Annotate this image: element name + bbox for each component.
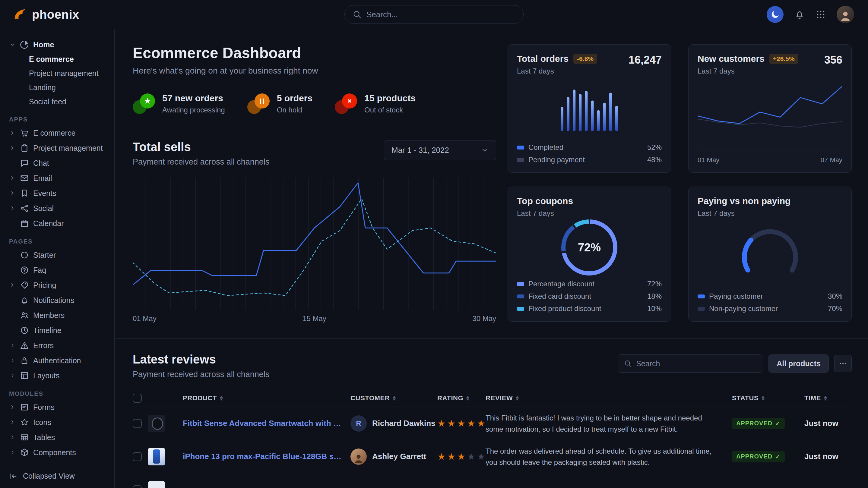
column-header-customer[interactable]: CUSTOMER (350, 394, 437, 402)
sidebar-item-chat[interactable]: Chat (7, 156, 108, 171)
sidebar-item-faq[interactable]: Faq (7, 263, 108, 278)
column-header-rating[interactable]: RATING (437, 394, 486, 402)
sort-icon[interactable] (220, 396, 223, 400)
caret-right-icon (9, 145, 16, 151)
row-checkbox[interactable] (133, 485, 142, 488)
card-title: Total orders (517, 54, 568, 64)
apps-grid-icon[interactable] (815, 9, 826, 20)
column-header-status[interactable]: STATUS (732, 394, 804, 402)
sidebar-item-pricing[interactable]: Pricing (7, 278, 108, 293)
sidebar-item-label: Errors (33, 341, 54, 350)
row-checkbox[interactable] (133, 452, 142, 461)
phoenix-logo-icon (12, 7, 28, 22)
sidebar-item-tables[interactable]: Tables (7, 430, 108, 445)
caret-right-icon (9, 342, 16, 349)
sidebar-item-layouts[interactable]: Layouts (7, 368, 108, 383)
card-period: Last 7 days (517, 209, 662, 218)
sidebar-item-e-commerce[interactable]: E commerce (7, 125, 108, 140)
sidebar-item-email[interactable]: Email (7, 171, 108, 186)
sidebar-item-events[interactable]: Events (7, 186, 108, 201)
sort-icon[interactable] (824, 396, 827, 400)
star-empty-icon: ★ (467, 451, 476, 462)
reviews-search[interactable] (618, 355, 763, 372)
sidebar-nav: HomeE commerceProject managementLandingS… (0, 29, 114, 464)
sidebar-item-forms[interactable]: Forms (7, 400, 108, 415)
legend-value: 30% (828, 292, 842, 300)
sidebar-item-label: E commerce (33, 129, 75, 137)
legend-swatch (698, 307, 705, 311)
star-filled-icon: ★ (457, 451, 466, 462)
sidebar-item-components[interactable]: Components (7, 445, 108, 460)
card-title: Paying vs non paying (698, 196, 842, 206)
axis-label: 01 May (698, 156, 719, 164)
collapsed-view-toggle[interactable]: Collapsed View (0, 464, 114, 488)
sidebar-item-starter[interactable]: Starter (7, 248, 108, 263)
sort-icon[interactable] (516, 396, 519, 400)
user-avatar[interactable] (837, 6, 854, 23)
sidebar-item-label: E commerce (29, 55, 74, 64)
star-empty-icon: ★ (477, 451, 486, 462)
topbar-search[interactable] (344, 5, 524, 24)
sidebar-item-members[interactable]: Members (7, 308, 108, 323)
sidebar-item-notifications[interactable]: Notifications (7, 293, 108, 308)
more-options-button[interactable] (834, 355, 852, 372)
reviews-search-input[interactable] (636, 359, 757, 368)
sidebar-item-project-management[interactable]: Project management (7, 66, 108, 80)
top-coupons-card: Top coupons Last 7 days 72% Percentage d… (507, 187, 671, 322)
product-link[interactable]: Fitbit Sense Advanced Smartwatch with To… (183, 419, 350, 428)
sidebar-item-icons[interactable]: Icons (7, 415, 108, 430)
sidebar-item-errors[interactable]: Errors (7, 338, 108, 353)
rating-stars: ★★★★★ (437, 451, 486, 462)
search-input[interactable] (367, 10, 516, 19)
caret-right-icon (9, 130, 16, 136)
sort-icon[interactable] (393, 396, 396, 400)
column-header-review[interactable]: REVIEW (486, 394, 732, 402)
date-range-select[interactable]: Mar 1 - 31, 2022 (384, 140, 496, 160)
clipboard-icon (20, 143, 29, 153)
sidebar-item-label: Calendar (33, 219, 64, 228)
legend-swatch (698, 294, 705, 298)
stat-value: 5 orders (277, 93, 312, 103)
sidebar-item-social-feed[interactable]: Social feed (7, 95, 108, 109)
column-header-time[interactable]: TIME (804, 394, 852, 402)
sidebar-item-authentication[interactable]: Authentication (7, 353, 108, 368)
sidebar-item-calendar[interactable]: Calendar (7, 216, 108, 231)
sidebar-section-title: APPS (7, 116, 108, 123)
bookmark-icon (20, 189, 29, 198)
star-filled-icon: ★ (437, 418, 446, 429)
axis-label: 15 May (303, 314, 326, 323)
sidebar-item-label: Project management (29, 69, 99, 78)
bell-icon[interactable] (795, 9, 805, 20)
topbar: phoenix (0, 0, 868, 29)
caret-right-icon (9, 205, 16, 212)
sidebar-item-project-management[interactable]: Project management (7, 140, 108, 156)
sidebar-item-timeline[interactable]: Timeline (7, 323, 108, 338)
chat-icon (20, 159, 29, 168)
all-products-button[interactable]: All products (769, 355, 829, 372)
sidebar-item-label: Project management (33, 144, 103, 153)
total-sells-header: Total sells Payment received across all … (133, 140, 496, 167)
sort-icon[interactable] (762, 396, 765, 400)
theme-toggle-button[interactable] (767, 6, 783, 23)
sidebar-item-e-commerce[interactable]: E commerce (7, 52, 108, 66)
sidebar-item-social[interactable]: Social (7, 201, 108, 216)
pie-icon (20, 40, 29, 49)
star-filled-icon: ★ (437, 451, 446, 462)
select-all-checkbox[interactable] (133, 394, 142, 403)
product-thumbnail[interactable] (148, 448, 165, 465)
sidebar-item-landing[interactable]: Landing (7, 80, 108, 95)
sort-icon[interactable] (466, 396, 469, 400)
sidebar-item-home[interactable]: Home (7, 37, 108, 52)
sidebar-item-label: Home (33, 40, 54, 49)
column-header-product[interactable]: PRODUCT (183, 394, 350, 402)
product-link[interactable]: iPhone 13 pro max-Pacific Blue-128GB sto… (183, 452, 350, 461)
circle-icon (20, 251, 29, 260)
product-thumbnail[interactable] (148, 481, 165, 488)
search-icon (624, 360, 632, 367)
brand[interactable]: phoenix (12, 7, 79, 22)
row-checkbox[interactable] (133, 419, 142, 428)
legend-label: Fixed card discount (528, 292, 591, 300)
column-label: PRODUCT (183, 394, 217, 402)
section-divider (115, 338, 868, 339)
product-thumbnail[interactable] (148, 415, 165, 432)
